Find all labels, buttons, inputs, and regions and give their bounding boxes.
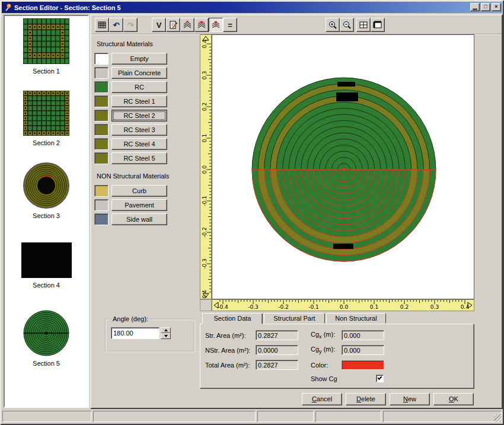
edit-section-icon xyxy=(168,20,178,30)
down-arrow-icon xyxy=(164,335,168,337)
grid-button[interactable] xyxy=(95,18,109,32)
redo-button[interactable]: ↷ xyxy=(123,18,138,32)
zoom-fit-button[interactable] xyxy=(356,18,371,32)
equals-button[interactable]: = xyxy=(223,18,237,32)
svg-text:-0.3: -0.3 xyxy=(248,304,259,310)
svg-text:-0.4: -0.4 xyxy=(218,304,228,310)
tab-section-data[interactable]: Section Data xyxy=(202,313,263,324)
zoom-in-icon xyxy=(328,20,337,30)
material-swatch xyxy=(94,110,109,122)
svg-text:0.1: 0.1 xyxy=(370,304,378,310)
minimize-button[interactable]: ▁ xyxy=(470,3,480,11)
material-row: RC Steel 2 xyxy=(94,110,167,122)
ok-button[interactable]: OK xyxy=(433,393,474,405)
material-row: Plain Concrete xyxy=(94,67,167,79)
status-panel xyxy=(315,411,381,422)
section-thumbnail-label: Section 4 xyxy=(5,282,88,289)
angle-spin-up-button[interactable] xyxy=(161,327,171,333)
material-button-rc-steel-2[interactable]: RC Steel 2 xyxy=(111,110,167,122)
title-bar: Section Editor - Section: Section 5 ▁ □ … xyxy=(2,2,502,13)
section-thumbnail-5[interactable]: Section 5 xyxy=(5,310,88,367)
layers-point-button[interactable] xyxy=(180,18,194,32)
edit-section-button[interactable] xyxy=(166,18,180,32)
total-area-field[interactable] xyxy=(256,360,298,370)
section-color-swatch[interactable] xyxy=(342,360,384,370)
section-2-preview xyxy=(23,91,69,136)
delete-button[interactable]: Delete xyxy=(346,393,386,405)
layers-arc-button[interactable] xyxy=(194,18,209,32)
section-thumbnail-1[interactable]: Section 1 xyxy=(5,18,88,75)
angle-input[interactable] xyxy=(111,327,160,339)
svg-text:0.4: 0.4 xyxy=(202,40,208,49)
equals-icon: = xyxy=(228,21,232,29)
drawing-area[interactable] xyxy=(212,34,474,299)
nstr-area-label: NStr. Area (m²): xyxy=(205,347,250,354)
material-swatch xyxy=(94,81,109,93)
undo-button[interactable]: ↶ xyxy=(109,18,123,32)
cancel-button[interactable]: Cancel xyxy=(302,393,342,405)
close-button[interactable]: × xyxy=(492,3,501,11)
section-drawing[interactable] xyxy=(212,35,474,299)
show-cg-checkbox[interactable] xyxy=(376,375,384,382)
tab-structural-part[interactable]: Structural Part xyxy=(264,313,325,324)
section-thumbnail-2[interactable]: Section 2 xyxy=(5,91,88,146)
status-bar xyxy=(1,409,503,424)
color-label: Color: xyxy=(311,362,328,369)
zoom-fit-icon xyxy=(359,20,368,30)
material-swatch xyxy=(94,152,109,164)
section-1-preview xyxy=(23,18,69,64)
app-icon xyxy=(4,4,12,12)
material-button-plain-concrete[interactable]: Plain Concrete xyxy=(111,67,167,79)
total-area-label: Total Area (m²): xyxy=(205,362,250,369)
material-button-rc-steel-5[interactable]: RC Steel 5 xyxy=(111,152,167,164)
editor-panel: ↶↷V= Structural Materials EmptyPlain Con… xyxy=(90,14,503,409)
svg-text:-0.1: -0.1 xyxy=(308,304,319,310)
zoom-in-button[interactable] xyxy=(326,18,340,32)
section-4-preview xyxy=(21,242,72,278)
horizontal-ruler: -0.4-0.3-0.2-0.10.00.10.20.30.4 xyxy=(212,299,474,311)
material-button-empty[interactable]: Empty xyxy=(111,53,167,65)
nstr-area-field[interactable] xyxy=(256,345,298,355)
svg-text:0.2: 0.2 xyxy=(202,103,208,111)
material-button-rc-steel-3[interactable]: RC Steel 3 xyxy=(111,124,167,136)
section-thumbnail-3[interactable]: Section 3 xyxy=(5,162,88,219)
section-thumbnail-label: Section 3 xyxy=(5,212,88,219)
new-button[interactable]: New xyxy=(390,393,430,405)
material-button-pavement[interactable]: Pavement xyxy=(111,199,167,211)
tab-non-structural-part[interactable]: Non Structural Part xyxy=(326,313,386,324)
layers-arc-icon xyxy=(197,20,206,30)
material-button-rc-steel-1[interactable]: RC Steel 1 xyxy=(111,95,167,107)
cgy-field[interactable] xyxy=(342,345,384,355)
material-swatch xyxy=(94,138,109,150)
svg-text:0.3: 0.3 xyxy=(430,304,439,310)
resize-grip[interactable] xyxy=(494,414,502,422)
sections-list: Section 1Section 2Section 3Section 4Sect… xyxy=(4,15,89,408)
svg-text:0.0: 0.0 xyxy=(202,165,208,174)
svg-text:-0.4: -0.4 xyxy=(202,290,208,299)
material-button-rc-steel-4[interactable]: RC Steel 4 xyxy=(111,138,167,150)
zoom-out-icon xyxy=(342,20,352,30)
angle-spin-down-button[interactable] xyxy=(161,333,171,339)
angle-label: Angle (deg): xyxy=(111,315,150,322)
svg-text:-0.2: -0.2 xyxy=(202,227,208,238)
zoom-window-button[interactable] xyxy=(371,18,385,32)
svg-text:0.3: 0.3 xyxy=(202,71,208,79)
material-button-side-wall[interactable]: Side wall xyxy=(111,213,167,225)
redo-icon: ↷ xyxy=(127,21,134,29)
zoom-out-button[interactable] xyxy=(340,18,354,32)
vertical-ruler-scale: 0.40.30.20.10.0-0.1-0.2-0.3-0.4 xyxy=(200,35,211,299)
str-area-field[interactable] xyxy=(256,330,298,340)
angle-groupbox: Angle (deg): xyxy=(105,319,195,352)
vertex-button[interactable]: V xyxy=(152,18,166,32)
vertex-icon: V xyxy=(157,21,162,29)
cgx-field[interactable] xyxy=(342,330,384,340)
material-button-rc[interactable]: RC xyxy=(111,81,167,93)
ruler-corner xyxy=(200,299,212,311)
section-thumbnail-4[interactable]: Section 4 xyxy=(5,242,88,289)
material-swatch xyxy=(94,185,109,197)
layers-pin-button[interactable] xyxy=(209,18,223,32)
grid-icon xyxy=(97,20,107,30)
up-arrow-icon xyxy=(164,329,168,331)
material-button-curb[interactable]: Curb xyxy=(111,185,167,197)
maximize-button[interactable]: □ xyxy=(481,3,490,11)
